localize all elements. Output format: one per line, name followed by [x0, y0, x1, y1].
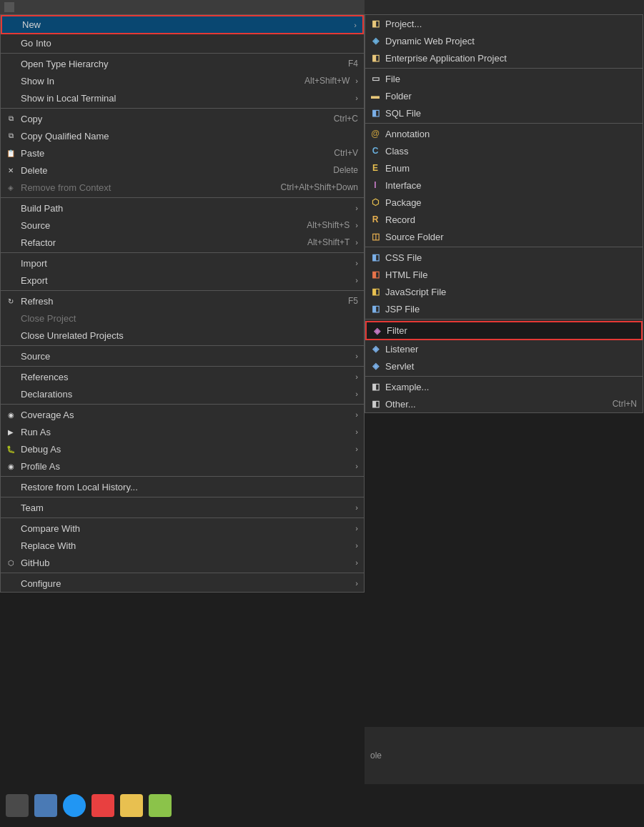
menu-separator-41	[1, 573, 364, 573]
menu-item-label-restore-local-history: Restore from Local History...	[21, 482, 358, 492]
menu-item-label-coverage-as: Coverage As	[21, 410, 350, 420]
submenu-item-source-folder[interactable]: ◫Source Folder	[365, 228, 643, 245]
menu-item-remove-from-context: ◈Remove from ContextCtrl+Alt+Shift+Down	[1, 179, 364, 196]
menu-item-label-source2: Source	[21, 351, 350, 362]
submenu-item-dynamic-web-project[interactable]: ◈Dynamic Web Project	[365, 32, 643, 49]
menu-item-label-close-unrelated: Close Unrelated Projects	[21, 330, 358, 341]
menu-item-replace-with[interactable]: Replace With›	[1, 537, 364, 554]
submenu-item-servlet[interactable]: ◈Servlet	[365, 357, 643, 375]
submenu-item-html-file[interactable]: ◧HTML File	[365, 266, 643, 283]
taskbar-icon-4[interactable]	[91, 794, 114, 817]
css-icon: ◧	[370, 252, 381, 263]
menu-item-close-unrelated[interactable]: Close Unrelated Projects	[1, 327, 364, 344]
taskbar-icon-2[interactable]	[34, 794, 57, 817]
copy-qualified-icon: ⧉	[5, 130, 16, 142]
submenu-item-label-interface: Interface	[385, 180, 637, 191]
file-icon: ▭	[370, 73, 381, 84]
menu-item-new[interactable]: New›	[1, 15, 364, 34]
submenu-item-jsp-file[interactable]: ◧JSP File	[365, 300, 643, 317]
menu-item-arrow-refactor: ›	[355, 238, 358, 247]
menu-item-arrow-replace-with: ›	[355, 541, 358, 550]
taskbar-icon-1[interactable]	[6, 794, 29, 817]
submenu-item-example[interactable]: ◧Example...	[365, 378, 643, 395]
taskbar-icon-3[interactable]	[63, 794, 86, 817]
menu-item-team[interactable]: Team›	[1, 499, 364, 516]
menu-item-arrow-show-in: ›	[355, 76, 358, 85]
submenu-item-folder[interactable]: ▬Folder	[365, 87, 643, 104]
menu-item-compare-with[interactable]: Compare With›	[1, 520, 364, 537]
submenu-item-label-package: Package	[385, 197, 637, 208]
menu-item-copy-qualified-name[interactable]: ⧉Copy Qualified Name	[1, 127, 364, 144]
submenu-item-filter[interactable]: ◈Filter	[365, 321, 643, 340]
menu-item-label-configure: Configure	[21, 578, 350, 589]
menu-item-declarations[interactable]: Declarations›	[1, 385, 364, 402]
menu-item-arrow-profile-as: ›	[355, 462, 358, 470]
menu-item-shortcut-refresh: F5	[348, 296, 358, 306]
menu-separator-28	[1, 404, 364, 405]
submenu-item-project[interactable]: ◧Project...	[365, 15, 643, 32]
html-icon: ◧	[370, 269, 381, 280]
menu-item-github[interactable]: ⬡GitHub›	[1, 554, 364, 571]
menu-item-label-show-in: Show In	[21, 76, 283, 86]
menu-item-profile-as[interactable]: ◉Profile As›	[1, 457, 364, 475]
submenu-item-label-file: File	[385, 74, 637, 84]
menu-item-build-path[interactable]: Build Path›	[1, 199, 364, 217]
example-icon: ◧	[370, 381, 381, 392]
menu-item-show-in[interactable]: Show InAlt+Shift+W›	[1, 72, 364, 89]
submenu-separator-20	[365, 319, 643, 320]
menu-item-label-profile-as: Profile As	[21, 461, 350, 472]
menu-item-label-import: Import	[21, 258, 350, 269]
menu-item-arrow-configure: ›	[355, 579, 358, 588]
menu-item-export[interactable]: Export›	[1, 272, 364, 289]
submenu-item-annotation[interactable]: @Annotation	[365, 125, 643, 142]
menu-item-label-compare-with: Compare With	[21, 523, 350, 534]
menu-item-source[interactable]: SourceAlt+Shift+S›	[1, 217, 364, 234]
sql-icon: ◧	[370, 107, 381, 119]
menu-item-label-close-project: Close Project	[21, 313, 358, 324]
menu-item-configure[interactable]: Configure›	[1, 575, 364, 592]
taskbar-icon-5[interactable]	[120, 794, 143, 817]
menu-item-run-as[interactable]: ▶Run As›	[1, 423, 364, 440]
menu-item-delete[interactable]: ✕DeleteDelete	[1, 162, 364, 179]
menu-item-go-into[interactable]: Go Into	[1, 34, 364, 51]
menu-item-coverage-as[interactable]: ◉Coverage As›	[1, 406, 364, 423]
package-icon: ⬡	[370, 197, 381, 208]
submenu-item-other[interactable]: ◧Other...Ctrl+N	[365, 395, 643, 412]
menu-separator-35	[1, 497, 364, 497]
menu-item-paste[interactable]: 📋PasteCtrl+V	[1, 144, 364, 162]
menu-item-restore-local-history[interactable]: Restore from Local History...	[1, 478, 364, 495]
menu-item-arrow-references: ›	[355, 372, 358, 381]
submenu-item-listener[interactable]: ◈Listener	[365, 340, 643, 357]
submenu-item-interface[interactable]: IInterface	[365, 177, 643, 194]
submenu-item-sql-file[interactable]: ◧SQL File	[365, 104, 643, 122]
taskbar-icon-6[interactable]	[149, 794, 172, 817]
menu-item-show-in-local-terminal[interactable]: Show in Local Terminal›	[1, 89, 364, 107]
menu-item-refactor[interactable]: RefactorAlt+Shift+T›	[1, 234, 364, 251]
menu-item-import[interactable]: Import›	[1, 254, 364, 272]
menu-item-open-type-hierarchy[interactable]: Open Type HierarchyF4	[1, 55, 364, 72]
menu-item-shortcut-open-type-hierarchy: F4	[348, 59, 358, 69]
menu-separator-12	[1, 197, 364, 198]
menu-item-source2[interactable]: Source›	[1, 347, 364, 365]
menu-item-shortcut-remove-from-context: Ctrl+Alt+Shift+Down	[281, 182, 358, 192]
menu-item-copy[interactable]: ⧉CopyCtrl+C	[1, 110, 364, 127]
submenu-item-file[interactable]: ▭File	[365, 70, 643, 87]
submenu-item-enum[interactable]: EEnum	[365, 159, 643, 177]
remove-icon: ◈	[5, 182, 16, 193]
submenu-item-enterprise-app-project[interactable]: ◧Enterprise Application Project	[365, 49, 643, 66]
menu-item-label-show-in-local-terminal: Show in Local Terminal	[21, 93, 350, 104]
menu-item-references[interactable]: References›	[1, 368, 364, 385]
submenu-item-css-file[interactable]: ◧CSS File	[365, 249, 643, 266]
menu-item-arrow-build-path: ›	[355, 204, 358, 212]
submenu-item-record[interactable]: RRecord	[365, 211, 643, 228]
menu-item-debug-as[interactable]: 🐛Debug As›	[1, 440, 364, 457]
profile-icon: ◉	[5, 460, 16, 472]
submenu-item-package[interactable]: ⬡Package	[365, 194, 643, 211]
submenu: ◧Project...◈Dynamic Web Project◧Enterpri…	[365, 14, 643, 413]
submenu-item-label-html-file: HTML File	[385, 269, 637, 280]
menu-item-refresh[interactable]: ↻RefreshF5	[1, 292, 364, 309]
submenu-item-class[interactable]: CClass	[365, 142, 643, 159]
menu-item-label-build-path: Build Path	[21, 203, 350, 214]
menu-item-arrow-team: ›	[355, 503, 358, 512]
submenu-item-javascript-file[interactable]: ◧JavaScript File	[365, 283, 643, 300]
